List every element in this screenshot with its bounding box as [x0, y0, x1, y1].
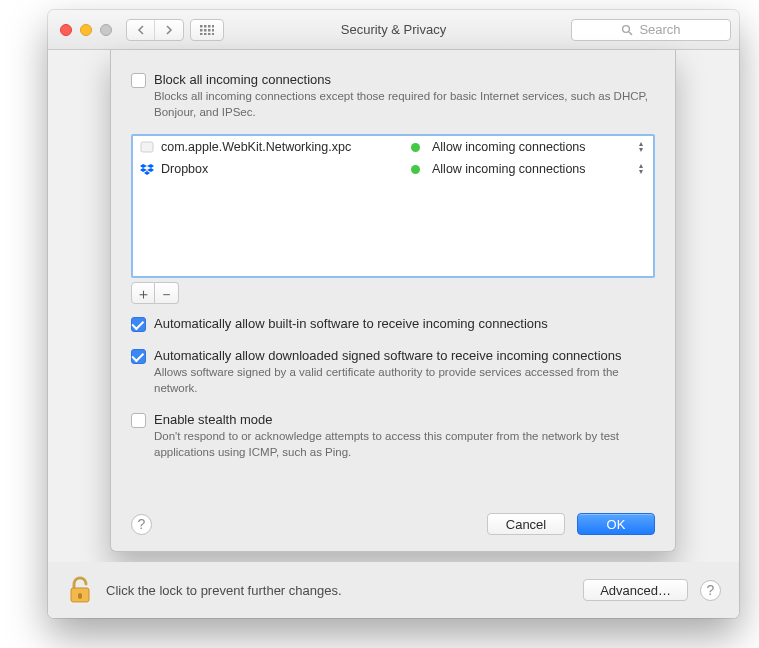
app-name: com.apple.WebKit.Networking.xpc [161, 140, 401, 154]
chevron-right-icon [165, 25, 173, 35]
svg-rect-0 [200, 25, 203, 28]
show-all-button[interactable] [190, 19, 224, 41]
svg-marker-18 [147, 168, 154, 172]
status-popup-button[interactable]: ▴▾ [635, 141, 647, 153]
block-all-label: Block all incoming connections [154, 72, 655, 87]
help-button[interactable]: ? [700, 580, 721, 601]
app-status: Allow incoming connections [432, 140, 629, 154]
lock-open-icon [67, 575, 93, 605]
svg-marker-19 [144, 171, 150, 175]
ok-button[interactable]: OK [577, 513, 655, 535]
preferences-window: Security & Privacy Search Block all inco… [48, 10, 739, 618]
block-all-desc: Blocks all incoming connections except t… [154, 89, 655, 120]
bottom-bar: Click the lock to prevent further change… [48, 562, 739, 618]
svg-rect-1 [204, 25, 207, 28]
auto-builtin-label: Automatically allow built-in software to… [154, 316, 548, 331]
svg-rect-2 [208, 25, 211, 28]
add-app-button[interactable]: ＋ [131, 282, 155, 304]
svg-rect-21 [78, 593, 82, 599]
titlebar: Security & Privacy Search [48, 10, 739, 50]
auto-signed-desc: Allows software signed by a valid certif… [154, 365, 655, 396]
svg-rect-11 [212, 33, 214, 35]
list-item[interactable]: Dropbox Allow incoming connections ▴▾ [133, 158, 653, 180]
back-button[interactable] [127, 20, 155, 40]
search-icon [621, 24, 633, 36]
list-item[interactable]: com.apple.WebKit.Networking.xpc Allow in… [133, 136, 653, 158]
status-dot-icon [411, 165, 420, 174]
svg-point-12 [623, 25, 630, 32]
auto-signed-checkbox[interactable] [131, 349, 146, 364]
firewall-options-sheet: Block all incoming connections Blocks al… [110, 50, 676, 552]
svg-rect-6 [208, 29, 211, 32]
generic-app-icon [139, 139, 155, 155]
search-field[interactable]: Search [571, 19, 731, 41]
block-all-checkbox[interactable] [131, 73, 146, 88]
svg-rect-14 [141, 142, 153, 152]
svg-marker-15 [140, 164, 147, 168]
minimize-window-button[interactable] [80, 24, 92, 36]
add-remove-controls: ＋ － [131, 282, 655, 304]
stealth-label: Enable stealth mode [154, 412, 655, 427]
svg-rect-9 [204, 33, 207, 35]
status-popup-button[interactable]: ▴▾ [635, 163, 647, 175]
zoom-window-button[interactable] [100, 24, 112, 36]
svg-rect-7 [212, 29, 214, 32]
remove-app-button[interactable]: － [155, 282, 179, 304]
svg-marker-16 [147, 164, 154, 168]
svg-line-13 [629, 32, 632, 35]
chevron-left-icon [137, 25, 145, 35]
close-window-button[interactable] [60, 24, 72, 36]
lock-message: Click the lock to prevent further change… [106, 583, 342, 598]
app-name: Dropbox [161, 162, 401, 176]
help-button[interactable]: ? [131, 514, 152, 535]
forward-button[interactable] [155, 20, 183, 40]
app-status: Allow incoming connections [432, 162, 629, 176]
advanced-button[interactable]: Advanced… [583, 579, 688, 601]
auto-builtin-checkbox[interactable] [131, 317, 146, 332]
stealth-checkbox[interactable] [131, 413, 146, 428]
svg-rect-10 [208, 33, 211, 35]
auto-signed-label: Automatically allow downloaded signed so… [154, 348, 655, 363]
status-dot-icon [411, 143, 420, 152]
lock-button[interactable] [66, 573, 94, 607]
dropbox-icon [139, 161, 155, 177]
svg-rect-3 [212, 25, 214, 28]
nav-segment [126, 19, 184, 41]
window-controls [60, 24, 112, 36]
svg-rect-8 [200, 33, 203, 35]
svg-rect-4 [200, 29, 203, 32]
svg-marker-17 [140, 168, 147, 172]
grid-icon [200, 25, 214, 35]
stealth-desc: Don't respond to or acknowledge attempts… [154, 429, 655, 460]
app-list[interactable]: com.apple.WebKit.Networking.xpc Allow in… [131, 134, 655, 278]
svg-rect-5 [204, 29, 207, 32]
search-placeholder: Search [639, 22, 680, 37]
cancel-button[interactable]: Cancel [487, 513, 565, 535]
